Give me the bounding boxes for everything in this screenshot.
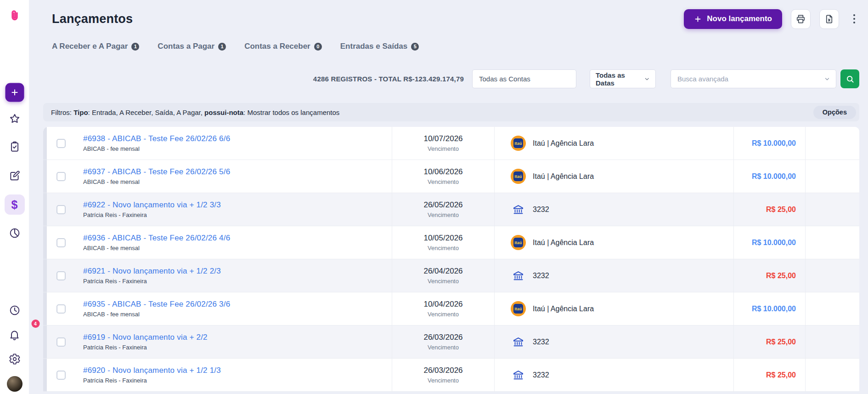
search-button[interactable] <box>840 69 859 88</box>
due-date: 26/03/2026 <box>423 333 462 342</box>
row-account-cell: Itaú Itaú | Agência Lara <box>494 127 733 160</box>
entry-link[interactable]: #6920 - Novo lançamento via + 1/2 1/3 <box>83 366 386 375</box>
row-account-cell: Itaú Itaú | Agência Lara <box>494 160 733 193</box>
accounts-filter-input[interactable] <box>472 69 576 88</box>
row-date-cell: 10/04/2026 Vencimento <box>392 292 494 325</box>
row-account-cell: Itaú Itaú | Agência Lara <box>494 226 733 259</box>
row-checkbox-cell <box>47 259 71 292</box>
row-checkbox-cell <box>47 325 71 358</box>
entry-link[interactable]: #6935 - ABICAB - Teste Fee 26/02/26 3/6 <box>83 300 386 309</box>
due-date-label: Vencimento <box>428 377 459 384</box>
row-status-strip <box>43 259 47 292</box>
due-date-label: Vencimento <box>428 245 459 251</box>
table-row[interactable]: #6919 - Novo lançamento via + 2/2 Patríc… <box>43 325 859 359</box>
row-amount-cell: R$ 10.000,00 <box>733 127 805 160</box>
new-entry-label: Novo lançamento <box>707 14 772 23</box>
itau-logo-text: Itaú <box>513 138 523 148</box>
sidebar-item-edit[interactable] <box>9 170 21 182</box>
export-file-icon <box>824 14 834 24</box>
row-account-cell: Itaú Itaú | Agência Lara <box>494 292 733 325</box>
account-icon-slot: Itaú <box>511 169 526 184</box>
account-icon-slot: Itaú <box>511 136 526 151</box>
tab-contas-a-receber[interactable]: Contas a Receber 0 <box>244 42 322 51</box>
sidebar-item-notifications[interactable]: 4 <box>0 329 29 341</box>
table-row[interactable]: #6938 - ABICAB - Teste Fee 26/02/26 6/6 … <box>43 127 859 160</box>
entry-link[interactable]: #6938 - ABICAB - Teste Fee 26/02/26 6/6 <box>83 134 386 143</box>
row-checkbox[interactable] <box>56 172 66 181</box>
entry-link[interactable]: #6919 - Novo lançamento via + 2/2 <box>83 333 386 342</box>
sidebar-add-button[interactable] <box>5 83 24 102</box>
tab-a-receber-e-a-pagar[interactable]: A Receber e A Pagar 1 <box>52 42 139 51</box>
plus-icon <box>694 15 702 23</box>
account-name: 3232 <box>533 272 549 280</box>
table-row[interactable]: #6921 - Novo lançamento via + 1/2 2/3 Pa… <box>43 259 859 292</box>
row-checkbox[interactable] <box>56 271 66 280</box>
more-options-button[interactable] <box>849 9 859 29</box>
row-date-cell: 10/07/2026 Vencimento <box>392 127 494 160</box>
sidebar-item-history[interactable] <box>9 304 21 316</box>
app-logo[interactable] <box>7 9 22 24</box>
entries-table: #6938 - ABICAB - Teste Fee 26/02/26 6/6 … <box>43 127 859 392</box>
row-title-cell: #6922 - Novo lançamento via + 1/2 3/3 Pa… <box>71 193 392 226</box>
row-status-strip <box>43 160 47 193</box>
amount: R$ 10.000,00 <box>752 139 796 148</box>
chevron-down-icon[interactable] <box>824 76 830 82</box>
entry-subtitle: Patrícia Reis - Faxineira <box>83 377 386 384</box>
tab-badge: 0 <box>314 43 322 51</box>
filters-prefix: Filtros: <box>51 108 73 116</box>
tab-contas-a-pagar[interactable]: Contas a Pagar 1 <box>158 42 226 51</box>
dates-filter-dropdown[interactable]: Todas as Datas <box>590 69 656 88</box>
entry-subtitle: Patrícia Reis - Faxineira <box>83 211 386 218</box>
table-row[interactable]: #6936 - ABICAB - Teste Fee 26/02/26 4/6 … <box>43 226 859 259</box>
sidebar-item-reports[interactable] <box>9 227 21 239</box>
brand-paperclip-icon <box>7 9 22 24</box>
filter-nota-values: : Mostrar todos os lançamentos <box>243 108 339 116</box>
options-button[interactable]: Opções <box>813 106 856 119</box>
export-button[interactable] <box>819 9 839 29</box>
dollar-icon: $ <box>11 199 18 211</box>
clock-icon <box>9 304 21 316</box>
entry-link[interactable]: #6936 - ABICAB - Teste Fee 26/02/26 4/6 <box>83 234 386 243</box>
table-row[interactable]: #6937 - ABICAB - Teste Fee 26/02/26 5/6 … <box>43 160 859 193</box>
entry-link[interactable]: #6922 - Novo lançamento via + 1/2 3/3 <box>83 200 386 210</box>
row-amount-cell: R$ 25,00 <box>733 193 805 226</box>
due-date-label: Vencimento <box>428 178 459 185</box>
entry-link[interactable]: #6937 - ABICAB - Teste Fee 26/02/26 5/6 <box>83 167 386 177</box>
row-status-strip <box>43 226 47 259</box>
clipboard-check-icon <box>9 141 21 153</box>
printer-icon <box>795 14 806 24</box>
row-checkbox[interactable] <box>56 371 66 380</box>
sidebar-item-favorites[interactable] <box>9 113 21 125</box>
pie-chart-icon <box>9 227 21 239</box>
filter-nota-label: possui-nota <box>204 108 243 116</box>
row-checkbox[interactable] <box>56 238 66 247</box>
row-title-cell: #6920 - Novo lançamento via + 1/2 1/3 Pa… <box>71 359 392 391</box>
sidebar-item-settings[interactable] <box>9 353 21 365</box>
print-button[interactable] <box>791 9 811 29</box>
active-filters-text: Filtros: Tipo: Entrada, A Receber, Saída… <box>51 108 339 116</box>
sidebar-item-financial-active[interactable]: $ <box>5 194 25 215</box>
table-row[interactable]: #6935 - ABICAB - Teste Fee 26/02/26 3/6 … <box>43 292 859 325</box>
amount: R$ 10.000,00 <box>752 239 796 247</box>
row-checkbox[interactable] <box>56 337 66 347</box>
plus-icon <box>10 88 19 97</box>
row-checkbox[interactable] <box>56 205 66 214</box>
row-checkbox[interactable] <box>56 139 66 148</box>
advanced-search-input[interactable] <box>671 70 824 88</box>
bell-icon <box>9 329 21 341</box>
new-entry-button[interactable]: Novo lançamento <box>684 9 782 29</box>
filter-tipo-values: : Entrada, A Receber, Saída, A Pagar, <box>88 108 205 116</box>
sidebar-item-tasks[interactable] <box>9 141 21 153</box>
account-name: Itaú | Agência Lara <box>533 172 594 181</box>
table-row[interactable]: #6920 - Novo lançamento via + 1/2 1/3 Pa… <box>43 359 859 392</box>
row-checkbox[interactable] <box>56 304 66 314</box>
tab-badge: 1 <box>131 43 139 51</box>
search-icon <box>845 74 855 84</box>
advanced-search-field[interactable] <box>671 69 836 88</box>
user-avatar[interactable] <box>7 376 23 392</box>
entry-link[interactable]: #6921 - Novo lançamento via + 1/2 2/3 <box>83 267 386 276</box>
tab-entradas-e-saidas[interactable]: Entradas e Saídas 5 <box>340 42 419 51</box>
itau-logo-text: Itaú <box>513 304 523 314</box>
row-amount-cell: R$ 10.000,00 <box>733 160 805 193</box>
table-row[interactable]: #6922 - Novo lançamento via + 1/2 3/3 Pa… <box>43 193 859 226</box>
